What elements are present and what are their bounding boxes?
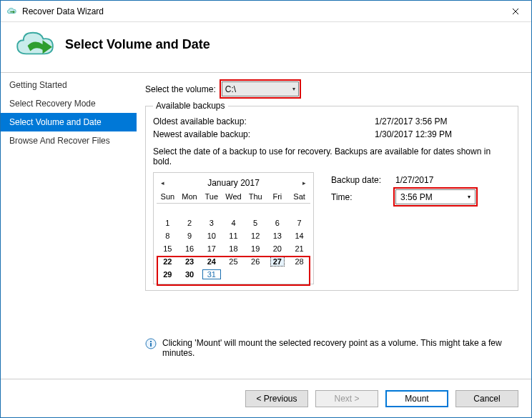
calendar-day[interactable]: 15 [157,242,179,255]
calendar-day [245,268,267,281]
close-button[interactable] [499,1,531,21]
wizard-header: Select Volume and Date [1,22,531,72]
mount-info-text: Clicking 'Mount' will mount the selected… [162,338,511,358]
app-cloud-icon [6,6,18,17]
previous-button[interactable]: < Previous [245,390,308,407]
wizard-footer: < Previous Next > Mount Cancel [1,379,531,417]
time-label: Time: [331,192,395,202]
svg-rect-2 [150,341,152,342]
close-icon [512,8,519,15]
calendar-day [288,204,310,217]
sidebar-item-browse-and-recover-files[interactable]: Browse And Recover Files [1,131,137,150]
calendar-grid: SunMonTueWedThuFriSat 123456789101112131… [157,190,310,281]
calendar-day[interactable]: 20 [267,242,289,255]
titlebar: Recover Data Wizard [1,1,531,22]
calendar-day[interactable]: 2 [179,217,201,229]
calendar-day[interactable]: 25 [222,255,245,268]
calendar-day[interactable]: 1 [157,217,179,229]
calendar-day[interactable]: 14 [288,229,310,242]
svg-rect-1 [150,343,152,347]
calendar-dow: Sat [288,190,310,204]
time-dropdown-value: 3:56 PM [400,192,433,202]
calendar-day [222,268,245,281]
backup-calendar[interactable]: ◂ January 2017 ▸ SunMonTueWedThuFriSat 1… [153,172,314,284]
calendar-day [245,204,267,217]
cloud-restore-icon [15,29,56,59]
calendar-next-month[interactable]: ▸ [300,179,309,186]
calendar-day[interactable]: 8 [157,229,179,242]
calendar-day[interactable]: 9 [179,229,201,242]
wizard-body: Getting Started Select Recovery Mode Sel… [1,72,531,379]
window-title: Recover Data Wizard [22,6,499,16]
calendar-dow: Fri [267,190,289,204]
calendar-day[interactable]: 24 [200,255,222,268]
calendar-day[interactable]: 17 [200,242,222,255]
calendar-day[interactable]: 7 [288,217,310,229]
available-backups-legend: Available backups [153,101,228,111]
calendar-day [288,268,310,281]
backup-date-value: 1/27/2017 [395,175,433,185]
calendar-day [267,268,289,281]
calendar-day[interactable]: 29 [157,268,179,281]
cancel-button[interactable]: Cancel [455,390,518,407]
calendar-day[interactable]: 27 [267,255,289,268]
page-title: Select Volume and Date [65,37,210,52]
calendar-day [179,204,201,217]
sidebar-item-select-recovery-mode[interactable]: Select Recovery Mode [1,94,137,113]
calendar-day[interactable]: 10 [200,229,222,242]
sidebar-item-select-volume-and-date[interactable]: Select Volume and Date [1,113,137,131]
select-volume-label: Select the volume: [145,84,216,94]
calendar-day[interactable]: 5 [245,217,267,229]
newest-backup-value: 1/30/2017 12:39 PM [375,129,452,139]
calendar-day[interactable]: 19 [245,242,267,255]
wizard-main-panel: Select the volume: C:\ ▾ Available backu… [137,73,531,379]
backup-date-label: Backup date: [331,175,395,185]
calendar-day [157,204,179,217]
calendar-day [200,204,222,217]
calendar-day[interactable]: 26 [245,255,267,268]
calendar-dow: Thu [245,190,267,204]
newest-backup-label: Newest available backup: [153,129,375,139]
calendar-day[interactable]: 23 [179,255,201,268]
calendar-dow: Mon [179,190,201,204]
calendar-day[interactable]: 6 [267,217,289,229]
volume-dropdown-value: C:\ [225,84,236,94]
calendar-day[interactable]: 3 [200,217,222,229]
calendar-day[interactable]: 18 [222,242,245,255]
calendar-day [267,204,289,217]
calendar-day[interactable]: 21 [288,242,310,255]
calendar-month-label: January 2017 [207,178,260,188]
chevron-down-icon: ▾ [292,86,295,92]
recovery-instruction-text: Select the date of a backup to use for r… [153,146,511,166]
oldest-backup-value: 1/27/2017 3:56 PM [375,116,447,126]
calendar-day [222,204,245,217]
calendar-prev-month[interactable]: ◂ [158,179,167,186]
calendar-day[interactable]: 11 [222,229,245,242]
info-icon [145,338,157,349]
wizard-steps-sidebar: Getting Started Select Recovery Mode Sel… [1,73,137,379]
select-volume-row: Select the volume: C:\ ▾ [145,81,518,96]
calendar-dow: Sun [157,190,179,204]
calendar-day[interactable]: 16 [179,242,201,255]
calendar-dow: Tue [200,190,222,204]
chevron-down-icon: ▾ [468,194,471,200]
calendar-dow: Wed [222,190,245,204]
available-backups-group: Available backups Oldest available backu… [145,101,518,291]
mount-info-row: Clicking 'Mount' will mount the selected… [145,338,518,358]
time-dropdown[interactable]: 3:56 PM ▾ [395,189,476,204]
sidebar-item-getting-started[interactable]: Getting Started [1,76,137,94]
calendar-day[interactable]: 12 [245,229,267,242]
calendar-day[interactable]: 4 [222,217,245,229]
mount-button[interactable]: Mount [385,390,448,407]
volume-dropdown[interactable]: C:\ ▾ [222,81,299,96]
oldest-backup-label: Oldest available backup: [153,116,375,126]
recover-data-wizard-window: Recover Data Wizard Select Volume and Da… [0,0,532,418]
calendar-day[interactable]: 28 [288,255,310,268]
calendar-day[interactable]: 22 [157,255,179,268]
next-button: Next > [315,390,378,407]
calendar-day[interactable]: 30 [179,268,201,281]
calendar-day[interactable]: 31 [200,268,222,281]
calendar-day[interactable]: 13 [267,229,289,242]
